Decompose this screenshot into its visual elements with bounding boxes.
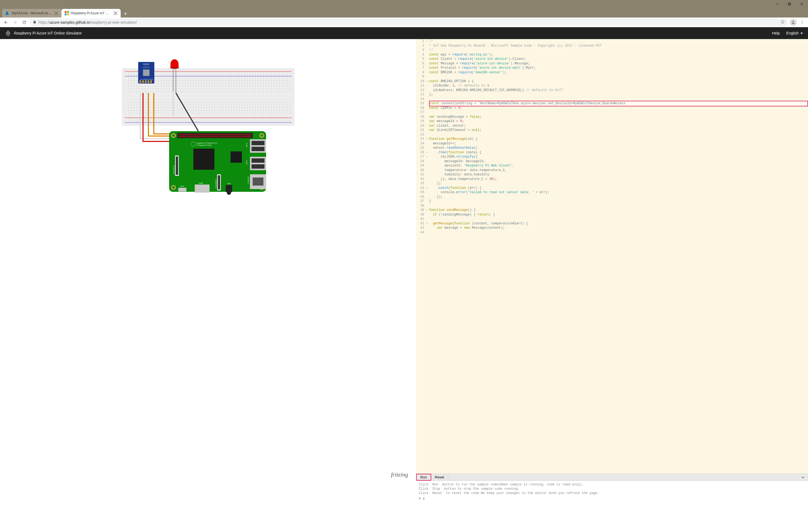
svg-rect-32 [127,100,291,115]
svg-rect-74 [252,147,264,151]
code-line[interactable]: 25 sensor.readSensorData() [416,146,808,150]
svg-text:SCK: SCK [146,79,148,80]
tab-close-icon[interactable] [114,11,117,15]
svg-rect-11 [65,14,67,15]
code-line[interactable]: 19var messageId = 0; [416,119,808,124]
code-line[interactable]: 5const Client = require('azure-iot-devic… [416,57,808,61]
code-line[interactable]: 4const wpi = require('wiring-pi'); [416,53,808,57]
svg-rect-44 [150,80,152,83]
code-line[interactable]: 11 i2cBusNo: 1, // defaults to 1 [416,84,808,88]
code-line[interactable]: 38 [416,204,808,208]
code-line[interactable]: 3*/ [416,48,808,53]
new-tab-button[interactable] [122,10,129,18]
svg-point-52 [170,67,179,69]
console-line: Click `Stop` button to stop the sample c… [419,487,805,491]
code-line[interactable]: 17 [416,110,808,115]
output-console: Click `Run` button to run the sample cod… [416,481,808,532]
code-line[interactable]: 7const Protocol = require('azure-iot-dev… [416,66,808,70]
code-line[interactable]: 15const connectionString = 'HostName=MyA… [416,101,808,106]
lock-icon [33,20,36,24]
nav-reload-button[interactable] [20,19,28,26]
code-line[interactable]: 12 i2cAddress: BME280.BME280_DEFAULT_I2C… [416,88,808,93]
app-title: Raspberry Pi Azure IoT Online Simulator [14,31,82,35]
code-line[interactable]: 42▾ getMessage(function (content, temper… [416,221,808,226]
language-selector[interactable]: English ▾ [786,31,803,35]
svg-text:USB 2x: USB 2x [246,160,247,165]
code-line[interactable]: 1▾/* [416,39,808,44]
code-line[interactable]: 41 [416,217,808,221]
svg-rect-66 [178,136,252,137]
svg-point-17 [792,21,794,22]
code-line[interactable]: 43 var message = new Message(content); [416,226,808,230]
window-titlebar [0,0,808,8]
code-line[interactable]: 26▾ .then(function (data) { [416,150,808,155]
svg-rect-76 [252,159,264,163]
code-line[interactable]: 37} [416,199,808,204]
code-line[interactable]: 18var sendingMessage = false; [416,115,808,119]
code-line[interactable]: 35 console.error('Failed to read out sen… [416,190,808,195]
console-toggle-button[interactable] [798,474,808,480]
code-line[interactable]: 23▾function getMessage(cb) { [416,137,808,142]
svg-point-18 [802,20,803,21]
code-line[interactable]: 31 humidity: data.humidity [416,172,808,177]
window-close-button[interactable] [796,0,808,8]
reset-button[interactable]: Reset [431,474,448,480]
code-line[interactable]: 29 deviceId: 'Raspberry Pi Web Client', [416,164,808,168]
code-line[interactable]: 20var client, sensor; [416,124,808,128]
svg-rect-12 [67,14,69,15]
svg-point-19 [802,22,803,23]
svg-text:Audio: Audio [227,183,231,184]
nav-forward-button[interactable] [11,19,19,26]
console-prompt[interactable]: > ▯ [419,496,805,501]
svg-text:BME280: BME280 [143,63,149,65]
code-line[interactable]: 10▾const BME280_OPTION = { [416,79,808,84]
tab-close-icon[interactable] [54,11,58,15]
help-link[interactable]: Help [772,31,780,35]
console-line: Click `Run` button to run the sample cod… [419,482,805,487]
code-line[interactable]: 32 }), data.temperature_C > 30); [416,177,808,182]
svg-text:© Raspberry Pi 2015: © Raspberry Pi 2015 [197,144,212,146]
svg-text:ETHERNET: ETHERNET [247,177,249,184]
code-line[interactable]: 24 messageId++; [416,142,808,146]
window-maximize-button[interactable] [783,0,796,8]
code-line[interactable]: 9 [416,75,808,79]
browser-addressbar: https://azure-samples.github.io/raspberr… [0,18,808,27]
svg-rect-65 [178,134,252,135]
svg-point-86 [227,190,231,195]
code-line[interactable]: 2* IoT Hub Raspberry Pi NodeJS - Microso… [416,44,808,48]
code-line[interactable]: 27▾ cb(JSON.stringify({ [416,154,808,159]
code-line[interactable]: 33 }) [416,181,808,186]
run-button[interactable]: Run [416,474,431,480]
code-line[interactable]: 34▾ .catch(function (err) { [416,186,808,190]
svg-point-23 [8,32,10,33]
svg-text:Power: Power [180,185,184,187]
url-text: https://azure-samples.github.io/raspberr… [38,20,137,24]
bookmark-star-icon[interactable] [781,20,785,25]
browser-tab-azure[interactable]: MyASAJob - Microsoft Azure [2,9,61,18]
code-line[interactable]: 6const Message = require('azure-iot-devi… [416,61,808,66]
code-line[interactable]: 39▾function sendMessage() { [416,208,808,213]
svg-rect-73 [252,141,264,145]
browser-tab-simulator[interactable]: Raspberry Pi Azure IoT Web Simul [61,9,121,18]
code-line[interactable]: 28 messageId: messageId, [416,159,808,164]
code-line[interactable]: 21var blinkLEDTimeout = null; [416,128,808,132]
browser-menu-button[interactable] [798,19,806,26]
code-line[interactable]: 44 [416,230,808,235]
window-minimize-button[interactable] [771,0,783,8]
code-line[interactable]: 36 }); [416,195,808,199]
code-line[interactable]: 8const BME280 = require('bme280-sensor')… [416,70,808,75]
nav-back-button[interactable] [2,19,10,26]
svg-rect-83 [178,188,186,191]
svg-point-22 [7,32,8,33]
code-line[interactable]: 22 [416,132,808,137]
fritzing-credit: fritzing [391,471,408,478]
svg-rect-1 [788,3,790,5]
code-line[interactable]: 40 if (!sendingMessage) { return; } [416,213,808,217]
code-line[interactable]: 30 temperature: data.temperature_C, [416,168,808,173]
code-line[interactable]: 16const LEDPin = 4; [416,106,808,110]
svg-rect-9 [65,11,67,13]
code-line[interactable]: 13}; [416,92,808,97]
url-input[interactable]: https://azure-samples.github.io/raspberr… [30,19,788,26]
code-editor[interactable]: 1▾/*2* IoT Hub Raspberry Pi NodeJS - Mic… [416,39,808,474]
profile-avatar-button[interactable] [790,19,797,26]
